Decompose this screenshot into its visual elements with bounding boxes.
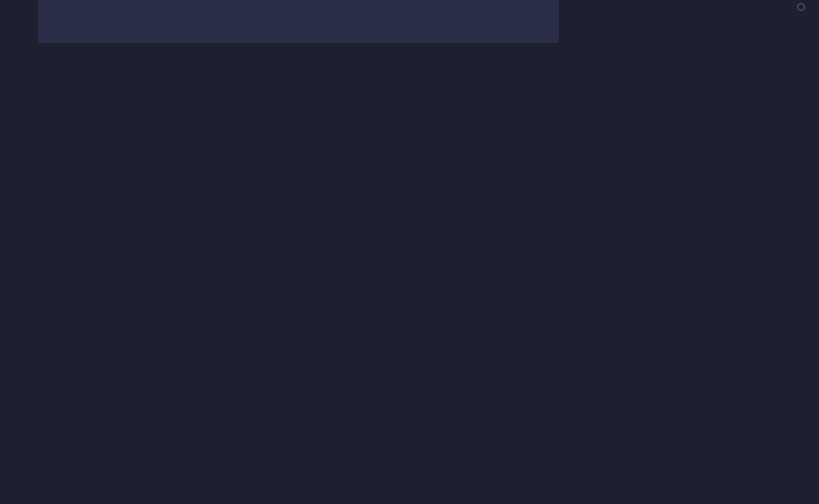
code-editor[interactable] bbox=[0, 0, 819, 504]
line-number-gutter bbox=[0, 0, 38, 504]
code-content[interactable] bbox=[42, 0, 819, 504]
inline-blame-annotation bbox=[795, 0, 809, 14]
bullet-icon bbox=[797, 3, 805, 11]
